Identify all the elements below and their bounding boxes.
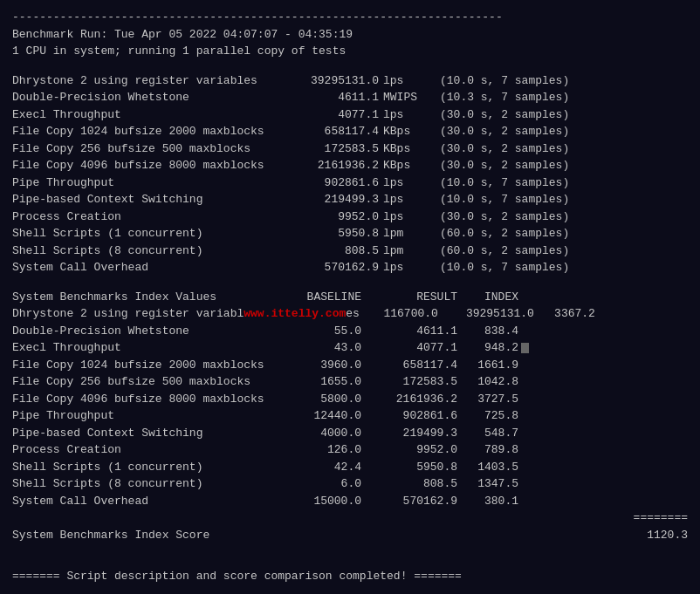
index-row-label: File Copy 256 bufsize 500 maxblocks	[12, 373, 283, 391]
index-row-label: Shell Scripts (1 concurrent)	[12, 459, 283, 476]
index-row-index: 3367.2	[534, 305, 595, 323]
index-row-label: System Call Overhead	[12, 493, 283, 510]
index-row-baseline: 3960.0	[283, 357, 361, 374]
index-table: System Benchmarks Index ValuesBASELINERE…	[12, 289, 688, 544]
bench-meta: (60.0 s, 2 samples)	[436, 225, 569, 242]
bench-row: Process Creation9952.0lps(30.0 s, 2 samp…	[12, 208, 688, 226]
index-row-index: 838.4	[457, 323, 518, 340]
index-row-baseline: 4000.0	[283, 425, 361, 442]
bench-row: Execl Throughput4077.1lps(30.0 s, 2 samp…	[12, 106, 688, 124]
bench-meta: (10.3 s, 7 samples)	[436, 89, 569, 106]
bench-row: Double-Precision Whetstone4611.1MWIPS(10…	[12, 89, 688, 106]
index-row-result: 4077.1	[361, 339, 457, 357]
bench-label: Process Creation	[12, 208, 283, 226]
scrollbar-indicator[interactable]	[521, 343, 529, 353]
index-header-baseline: BASELINE	[283, 289, 361, 306]
score-label: System Benchmarks Index Score	[12, 527, 627, 544]
index-row-result: 808.5	[361, 475, 457, 493]
bench-row: Shell Scripts (1 concurrent)5950.8lpm(60…	[12, 225, 688, 242]
bench-meta: (10.0 s, 7 samples)	[436, 191, 569, 208]
bench-unit: lpm	[379, 242, 436, 260]
bench-label: File Copy 4096 bufsize 8000 maxblocks	[12, 157, 283, 174]
index-row-result: 902861.6	[361, 407, 457, 425]
index-row-label: Execl Throughput	[12, 339, 283, 357]
index-row-label: Process Creation	[12, 441, 283, 459]
bench-meta: (10.0 s, 7 samples)	[436, 259, 569, 277]
index-row-result: 5950.8	[361, 459, 457, 476]
bench-value: 39295131.0	[283, 72, 379, 90]
index-row-index: 948.2	[457, 339, 518, 357]
bench-label: Double-Precision Whetstone	[12, 89, 283, 106]
bench-meta: (30.0 s, 2 samples)	[436, 157, 569, 174]
index-data-row: Double-Precision Whetstone55.04611.1838.…	[12, 323, 688, 340]
bench-label: Pipe-based Context Switching	[12, 191, 283, 208]
bench-unit: lps	[379, 174, 436, 192]
bench-label: Pipe Throughput	[12, 174, 283, 192]
index-row-label: Double-Precision Whetstone	[12, 323, 283, 340]
bench-row: System Call Overhead570162.9lps(10.0 s, …	[12, 259, 688, 277]
bench-label: Shell Scripts (1 concurrent)	[12, 225, 283, 242]
benchmark-list: Dhrystone 2 using register variables3929…	[12, 72, 688, 277]
bench-row: File Copy 4096 bufsize 8000 maxblocks216…	[12, 157, 688, 174]
bench-label: Dhrystone 2 using register variables	[12, 72, 283, 90]
index-row-label: Pipe-based Context Switching	[12, 425, 283, 442]
index-row-result: 39295131.0	[438, 305, 534, 323]
bench-value: 2161936.2	[283, 157, 379, 174]
index-row-baseline: 6.0	[283, 475, 361, 493]
bench-label: Execl Throughput	[12, 106, 283, 124]
bench-row: Pipe Throughput902861.6lps(10.0 s, 7 sam…	[12, 174, 688, 192]
index-row-label: Shell Scripts (8 concurrent)	[12, 475, 283, 493]
bench-unit: lps	[379, 106, 436, 124]
index-data-row: File Copy 4096 bufsize 8000 maxblocks580…	[12, 391, 688, 408]
index-row-index: 3727.5	[457, 391, 518, 408]
bench-value: 902861.6	[283, 174, 379, 192]
bench-meta: (60.0 s, 2 samples)	[436, 242, 569, 260]
index-row-baseline: 116700.0	[360, 305, 438, 323]
index-row-baseline: 1655.0	[283, 373, 361, 391]
index-row-index: 789.8	[457, 441, 518, 459]
index-data-row: Process Creation126.09952.0789.8	[12, 441, 688, 459]
index-header-row: System Benchmarks Index ValuesBASELINERE…	[12, 289, 688, 306]
equals-separator: ========	[627, 509, 688, 527]
index-data-row: Shell Scripts (1 concurrent)42.45950.814…	[12, 459, 688, 476]
index-data-row: System Call Overhead15000.0570162.9380.1	[12, 493, 688, 510]
bench-label: File Copy 1024 bufsize 2000 maxblocks	[12, 123, 283, 140]
index-data-row: Execl Throughput43.04077.1948.2	[12, 339, 688, 357]
terminal-window: ----------------------------------------…	[12, 9, 688, 585]
separator-top: ----------------------------------------…	[12, 9, 688, 26]
header-line-2: 1 CPU in system; running 1 parallel copy…	[12, 43, 688, 60]
bench-unit: lps	[379, 72, 436, 90]
bench-label: System Call Overhead	[12, 259, 283, 277]
index-row-baseline: 42.4	[283, 459, 361, 476]
bench-unit: lps	[379, 208, 436, 226]
index-data-row: Shell Scripts (8 concurrent)6.0808.51347…	[12, 475, 688, 493]
index-row-baseline: 126.0	[283, 441, 361, 459]
bench-unit: KBps	[379, 140, 436, 158]
index-row-result: 4611.1	[361, 323, 457, 340]
bench-label: Shell Scripts (8 concurrent)	[12, 242, 283, 260]
index-row-label: Pipe Throughput	[12, 407, 283, 425]
index-row-baseline: 15000.0	[283, 493, 361, 510]
bench-value: 570162.9	[283, 259, 379, 277]
bench-value: 9952.0	[283, 208, 379, 226]
index-row-index: 1661.9	[457, 357, 518, 374]
index-row-baseline: 55.0	[283, 323, 361, 340]
bench-unit: lps	[379, 259, 436, 277]
completion-line: ======= Script description and score com…	[12, 568, 688, 585]
bench-value: 4611.1	[283, 89, 379, 106]
bench-label: File Copy 256 bufsize 500 maxblocks	[12, 140, 283, 158]
bench-meta: (10.0 s, 7 samples)	[436, 174, 569, 192]
index-data-row: Pipe-based Context Switching4000.0219499…	[12, 425, 688, 442]
score-row: System Benchmarks Index Score1120.3	[12, 527, 688, 544]
bench-value: 4077.1	[283, 106, 379, 124]
equals-line: ========	[12, 509, 688, 527]
bench-row: File Copy 256 bufsize 500 maxblocks17258…	[12, 140, 688, 158]
index-data-row: Dhrystone 2 using register variablwww.it…	[12, 305, 688, 323]
index-row-index: 1403.5	[457, 459, 518, 476]
index-row-label: Dhrystone 2 using register variablwww.it…	[12, 305, 360, 323]
index-row-result: 219499.3	[361, 425, 457, 442]
index-row-label: File Copy 4096 bufsize 8000 maxblocks	[12, 391, 283, 408]
index-data-row: Pipe Throughput12440.0902861.6725.8	[12, 407, 688, 425]
index-row-baseline: 43.0	[283, 339, 361, 357]
bench-meta: (30.0 s, 2 samples)	[436, 140, 569, 158]
